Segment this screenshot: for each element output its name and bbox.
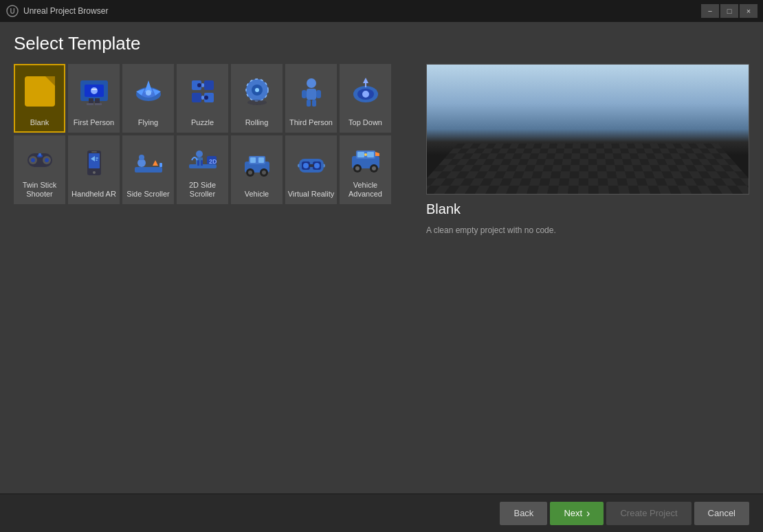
svg-rect-83 (357, 152, 364, 157)
template-side-scroller[interactable]: Side Scroller (122, 135, 174, 204)
svg-rect-55 (135, 167, 162, 173)
close-button[interactable]: × (740, 4, 758, 18)
blank-icon (25, 76, 55, 107)
template-flying-label: Flying (138, 118, 158, 127)
template-first-person-icon-area (69, 65, 118, 118)
svg-point-15 (146, 90, 151, 96)
template-blank-icon-area (15, 65, 64, 118)
template-vehicle-advanced-label: Vehicle Advanced (341, 181, 390, 199)
back-button[interactable]: Back (500, 502, 547, 525)
svg-rect-33 (307, 100, 311, 107)
flying-icon (132, 75, 165, 108)
svg-rect-34 (312, 100, 316, 107)
svg-point-42 (31, 158, 35, 162)
template-flying-icon-area (124, 65, 173, 118)
template-vehicle[interactable]: Vehicle (231, 135, 283, 204)
svg-point-90 (364, 153, 367, 156)
template-vehicle-advanced[interactable]: Vehicle Advanced (340, 135, 391, 204)
virtual-reality-icon (295, 146, 328, 179)
create-project-button: Create Project (606, 502, 691, 525)
next-label: Next (564, 508, 582, 518)
preview-title: Blank (426, 201, 749, 217)
third-person-icon (295, 75, 328, 108)
svg-point-8 (91, 87, 98, 94)
template-blank-label: Blank (30, 118, 49, 127)
svg-rect-59 (159, 163, 162, 167)
template-rolling-icon-area (232, 65, 281, 118)
template-puzzle-label: Puzzle (191, 118, 214, 127)
template-handheld-ar-label: Handheld AR (71, 190, 116, 199)
svg-point-21 (204, 96, 208, 100)
page-title: Select Template (14, 33, 749, 54)
rolling-icon (241, 75, 274, 108)
template-puzzle[interactable]: Puzzle (177, 64, 228, 133)
svg-rect-9 (91, 89, 97, 90)
svg-point-86 (355, 166, 360, 170)
template-third-person-icon-area (287, 65, 335, 118)
svg-marker-39 (363, 78, 368, 83)
preview-panel: Blank A clean empty project with no code… (426, 61, 749, 494)
svg-rect-32 (316, 90, 321, 98)
template-first-person[interactable]: First Person (68, 64, 120, 133)
template-grid-container: Blank (14, 61, 412, 494)
svg-rect-80 (309, 164, 314, 167)
next-button[interactable]: Next › (550, 502, 604, 525)
vehicle-advanced-icon (349, 142, 382, 175)
svg-marker-58 (153, 160, 158, 166)
template-blank[interactable]: Blank (14, 64, 65, 133)
template-third-person[interactable]: Third Person (285, 64, 337, 133)
svg-rect-70 (258, 157, 264, 163)
svg-point-44 (45, 158, 49, 162)
template-flying[interactable]: Flying (122, 64, 174, 133)
bottom-bar: Back Next › Create Project Cancel (0, 494, 763, 532)
template-side-scroller-label: Side Scroller (126, 190, 169, 199)
template-2d-side-scroller[interactable]: 2D 2D Side Scroller (177, 135, 228, 204)
first-person-icon (78, 75, 111, 108)
template-vehicle-label: Vehicle (245, 190, 269, 199)
preview-image (426, 64, 749, 195)
template-first-person-label: First Person (74, 118, 114, 127)
svg-text:U: U (10, 8, 14, 15)
template-twin-stick-label: Twin Stick Shooter (15, 181, 64, 199)
template-rolling-label: Rolling (245, 118, 269, 127)
svg-marker-89 (375, 152, 379, 156)
svg-rect-4 (89, 98, 93, 104)
template-puzzle-icon-area (178, 65, 227, 118)
template-virtual-reality[interactable]: Virtual Reality (285, 135, 337, 204)
minimize-button[interactable]: − (701, 4, 719, 18)
template-twin-stick[interactable]: Twin Stick Shooter (14, 135, 65, 204)
title-bar-controls: − □ × (701, 4, 758, 18)
svg-point-20 (197, 83, 201, 87)
template-handheld-ar[interactable]: Handheld AR (68, 135, 120, 204)
template-rolling[interactable]: Rolling (231, 64, 283, 133)
page-header: Select Template (0, 22, 763, 61)
template-grid: Blank (14, 61, 412, 207)
svg-point-37 (362, 91, 369, 98)
svg-point-29 (307, 78, 316, 88)
svg-point-28 (247, 100, 267, 105)
title-bar-left: U Unreal Project Browser (5, 4, 108, 18)
title-bar: U Unreal Project Browser − □ × (0, 0, 763, 22)
template-top-down[interactable]: Top Down (340, 64, 391, 133)
svg-rect-64 (201, 160, 203, 166)
content-area: Blank (0, 61, 763, 494)
svg-rect-23 (201, 96, 204, 100)
puzzle-icon (186, 75, 219, 108)
restore-button[interactable]: □ (720, 4, 738, 18)
template-virtual-reality-label: Virtual Reality (288, 190, 335, 199)
vehicle-icon (241, 146, 274, 179)
svg-rect-18 (192, 93, 201, 102)
svg-point-74 (262, 170, 266, 175)
preview-ground (426, 144, 749, 194)
template-vehicle-icon-area (232, 137, 281, 190)
cancel-button[interactable]: Cancel (694, 502, 749, 525)
template-2d-side-scroller-icon-area: 2D (178, 137, 227, 181)
handheld-ar-icon (78, 146, 111, 179)
svg-rect-51 (91, 151, 97, 153)
svg-point-78 (303, 163, 309, 168)
svg-rect-46 (38, 153, 41, 156)
svg-rect-63 (197, 160, 199, 166)
window-title: Unreal Project Browser (23, 6, 108, 16)
svg-rect-84 (367, 152, 374, 157)
svg-rect-7 (95, 103, 102, 105)
